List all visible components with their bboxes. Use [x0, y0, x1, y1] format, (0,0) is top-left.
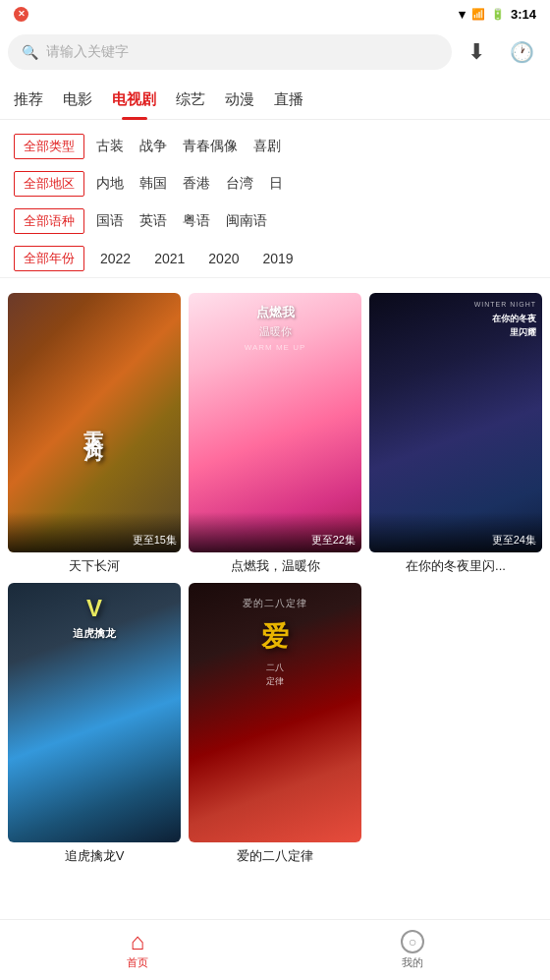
filter-row-region: 全部地区 内地 韩国 香港 台湾 日 — [0, 165, 550, 202]
card-2[interactable]: 点燃我 温暖你 WARM ME UP 更至22集 点燃我，温暖你 — [189, 293, 361, 575]
filter-region-item-4[interactable]: 台湾 — [222, 175, 257, 193]
filter-type-item-4[interactable]: 喜剧 — [249, 138, 285, 155]
filter-lang-item-4[interactable]: 闽南语 — [222, 212, 271, 230]
tab-recommend[interactable]: 推荐 — [4, 81, 53, 119]
filter-year-item-1[interactable]: 2022 — [92, 251, 138, 266]
download-icon: ⬇ — [468, 39, 485, 65]
card-5[interactable]: 爱的二八定律 爱 二八定律 爱的二八定律 — [189, 583, 361, 865]
filter-region-item-5[interactable]: 日 — [265, 175, 287, 193]
card-2-image: 点燃我 温暖你 WARM ME UP 更至22集 — [189, 293, 361, 552]
bottom-nav: ⌂ 首页 ○ 我的 — [0, 919, 550, 980]
search-row: 🔍 请输入关键字 ⬇ 🕐 — [0, 28, 550, 81]
tab-live[interactable]: 直播 — [264, 81, 313, 119]
card-2-badge: 更至22集 — [311, 534, 356, 546]
filter-lang-item-2[interactable]: 英语 — [136, 212, 171, 230]
filter-label-type[interactable]: 全部类型 — [14, 134, 84, 159]
history-button[interactable]: 🕐 — [501, 31, 542, 73]
filter-type-item-1[interactable]: 古装 — [92, 138, 128, 155]
card-4[interactable]: V 追虎擒龙 追虎擒龙V — [8, 583, 181, 865]
tab-anime[interactable]: 动漫 — [215, 81, 264, 119]
profile-icon: ○ — [401, 930, 424, 953]
download-button[interactable]: ⬇ — [456, 31, 497, 73]
card-3-badge: 更至24集 — [492, 534, 536, 546]
card-4-title: 追虎擒龙V — [8, 847, 181, 865]
content-grid: 天下长河 更至15集 天下长河 点燃我 温暖你 WARM ME UP 更至22集… — [0, 283, 550, 944]
history-icon: 🕐 — [510, 40, 534, 64]
signal-icon: 📶 — [471, 8, 485, 21]
tab-movie[interactable]: 电影 — [53, 81, 102, 119]
tab-tv[interactable]: 电视剧 — [102, 81, 166, 119]
home-icon: ⌂ — [131, 930, 145, 953]
search-placeholder[interactable]: 请输入关键字 — [46, 43, 129, 61]
card-1-title: 天下长河 — [8, 557, 181, 575]
filter-label-year[interactable]: 全部年份 — [14, 246, 84, 271]
filter-type-item-3[interactable]: 青春偶像 — [179, 138, 242, 155]
status-left: ✕ — [14, 7, 28, 22]
card-2-title: 点燃我，温暖你 — [189, 557, 361, 575]
wifi-icon: ▾ — [459, 7, 466, 22]
card-4-image: V 追虎擒龙 — [8, 583, 181, 842]
home-label: 首页 — [127, 955, 148, 970]
filter-lang-item-3[interactable]: 粤语 — [179, 212, 214, 230]
card-1-image: 天下长河 更至15集 — [8, 293, 181, 552]
card-3[interactable]: WINTER NIGHT 在你的冬夜里闪耀 更至24集 在你的冬夜里闪... — [369, 293, 542, 575]
bottom-nav-home[interactable]: ⌂ 首页 — [0, 930, 275, 970]
bottom-nav-profile[interactable]: ○ 我的 — [275, 930, 550, 970]
card-3-title: 在你的冬夜里闪... — [369, 557, 542, 575]
card-1[interactable]: 天下长河 更至15集 天下长河 — [8, 293, 181, 575]
filter-row-year: 全部年份 2022 2021 2020 2019 — [0, 240, 550, 277]
status-right: ▾ 📶 🔋 3:14 — [459, 7, 536, 22]
filter-region-item-3[interactable]: 香港 — [179, 175, 214, 193]
filter-year-item-2[interactable]: 2021 — [146, 251, 192, 266]
filter-row-language: 全部语种 国语 英语 粤语 闽南语 — [0, 202, 550, 240]
card-1-badge: 更至15集 — [133, 534, 177, 546]
nav-tabs: 推荐 电影 电视剧 综艺 动漫 直播 — [0, 81, 550, 120]
profile-label: 我的 — [402, 955, 423, 970]
filter-year-item-3[interactable]: 2020 — [200, 251, 247, 266]
filter-label-language[interactable]: 全部语种 — [14, 208, 84, 234]
card-5-image: 爱的二八定律 爱 二八定律 — [189, 583, 361, 842]
status-bar: ✕ ▾ 📶 🔋 3:14 — [0, 0, 550, 28]
search-bar[interactable]: 🔍 请输入关键字 — [8, 34, 452, 70]
time-display: 3:14 — [511, 7, 536, 22]
close-button[interactable]: ✕ — [14, 7, 28, 22]
filter-type-item-2[interactable]: 战争 — [136, 138, 171, 155]
filter-row-type: 全部类型 古装 战争 青春偶像 喜剧 — [0, 128, 550, 165]
battery-icon: 🔋 — [491, 8, 505, 21]
filter-label-region[interactable]: 全部地区 — [14, 171, 84, 197]
card-5-title: 爱的二八定律 — [189, 847, 361, 865]
filter-region-item-1[interactable]: 内地 — [92, 175, 128, 193]
filter-year-item-4[interactable]: 2019 — [254, 251, 301, 266]
card-3-image: WINTER NIGHT 在你的冬夜里闪耀 更至24集 — [369, 293, 542, 552]
filter-lang-item-1[interactable]: 国语 — [92, 212, 128, 230]
filter-region-item-2[interactable]: 韩国 — [136, 175, 171, 193]
search-icon: 🔍 — [22, 44, 38, 60]
tab-variety[interactable]: 综艺 — [166, 81, 215, 119]
